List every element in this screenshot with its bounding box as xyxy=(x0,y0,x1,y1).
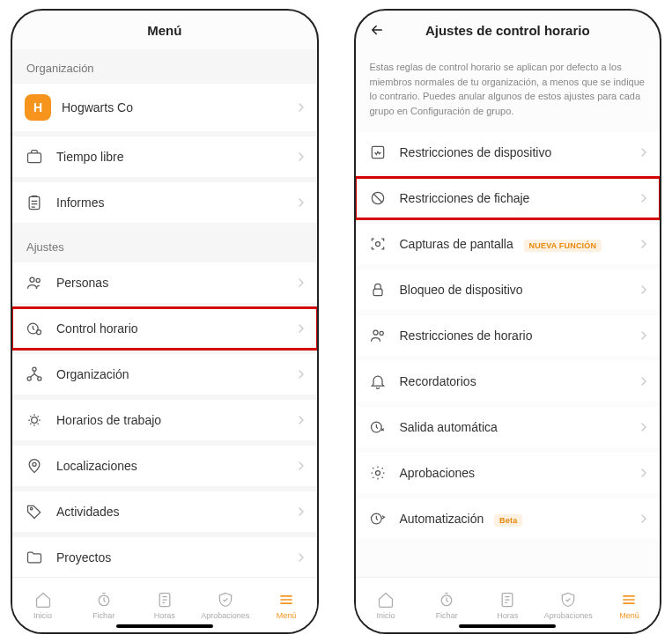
chevron-right-icon xyxy=(298,323,305,334)
automation-icon xyxy=(368,509,388,528)
chevron-right-icon xyxy=(640,147,647,158)
chevron-right-icon xyxy=(640,513,647,524)
header-left: Menú xyxy=(12,11,317,49)
schedule-icon xyxy=(25,410,44,430)
row-label: Personas xyxy=(56,276,298,290)
row-salida-automatica[interactable]: Salida automática xyxy=(356,407,661,447)
row-label: Restricciones de dispositivo xyxy=(400,145,641,159)
chevron-right-icon xyxy=(298,552,305,563)
nav-label: Inicio xyxy=(33,611,52,620)
chevron-right-icon xyxy=(298,102,305,113)
chevron-right-icon xyxy=(298,277,305,288)
chevron-right-icon xyxy=(640,284,647,295)
row-organizacion[interactable]: Organización xyxy=(12,354,317,395)
row-informes[interactable]: Informes xyxy=(12,182,317,223)
svg-point-6 xyxy=(33,367,36,371)
svg-point-11 xyxy=(30,507,33,510)
svg-rect-17 xyxy=(373,289,382,296)
section-settings-label: Ajustes xyxy=(12,228,317,262)
content-right: Estas reglas de control horario se aplic… xyxy=(356,49,661,577)
block-icon xyxy=(368,188,388,208)
row-label: Horarios de trabajo xyxy=(56,413,298,427)
chevron-right-icon xyxy=(640,376,647,387)
time-tracking-icon xyxy=(25,319,44,338)
row-proyectos[interactable]: Proyectos xyxy=(12,537,317,577)
nav-menu[interactable]: Menú xyxy=(255,578,316,632)
header-title: Ajustes de control horario xyxy=(425,23,590,38)
nav-label: Aprobaciones xyxy=(201,611,249,620)
row-label: Capturas de pantalla NUEVA FUNCIÓN xyxy=(400,237,641,252)
nav-label: Inicio xyxy=(377,611,395,620)
svg-point-16 xyxy=(375,242,380,247)
row-control-horario[interactable]: Control horario xyxy=(12,308,317,349)
nav-label: Horas xyxy=(497,611,518,620)
svg-point-10 xyxy=(33,462,36,466)
row-restricciones-fichaje[interactable]: Restricciones de fichaje xyxy=(356,178,661,218)
row-label: Restricciones de horario xyxy=(400,328,641,343)
badge-beta: Beta xyxy=(494,514,522,527)
nav-inicio[interactable]: Inicio xyxy=(356,578,417,632)
chevron-right-icon xyxy=(298,415,305,425)
row-capturas-pantalla[interactable]: Capturas de pantalla NUEVA FUNCIÓN xyxy=(356,224,661,264)
home-indicator xyxy=(116,624,213,628)
row-personas[interactable]: Personas xyxy=(12,262,317,303)
chevron-right-icon xyxy=(640,468,647,478)
row-localizaciones[interactable]: Localizaciones xyxy=(12,446,317,486)
row-text: Capturas de pantalla xyxy=(400,237,513,251)
chevron-right-icon xyxy=(640,239,647,249)
row-automatizacion[interactable]: Automatización Beta xyxy=(356,498,661,539)
row-label: Tiempo libre xyxy=(56,150,298,164)
clipboard-icon xyxy=(25,193,44,212)
nav-label: Menú xyxy=(619,611,639,620)
row-restricciones-horario[interactable]: Restricciones de horario xyxy=(356,315,661,356)
svg-point-9 xyxy=(32,417,38,424)
lock-icon xyxy=(368,280,388,299)
org-avatar: H xyxy=(25,94,51,121)
briefcase-icon xyxy=(25,147,44,166)
home-indicator xyxy=(459,624,556,628)
chevron-right-icon xyxy=(298,369,305,380)
header-right: Ajustes de control horario xyxy=(356,11,661,49)
svg-rect-0 xyxy=(28,153,41,163)
row-label: Informes xyxy=(56,196,298,210)
tag-icon xyxy=(25,502,44,521)
row-restricciones-dispositivo[interactable]: Restricciones de dispositivo xyxy=(356,132,661,173)
svg-point-2 xyxy=(30,277,34,282)
people-icon xyxy=(25,273,44,292)
svg-point-3 xyxy=(36,278,40,282)
chevron-right-icon xyxy=(640,330,647,341)
row-text: Automatización xyxy=(400,512,484,526)
nav-menu[interactable]: Menú xyxy=(599,578,660,632)
row-label: Salida automática xyxy=(400,420,641,434)
svg-point-18 xyxy=(373,330,378,335)
nav-label: Fichar xyxy=(92,611,114,620)
content-left: Organización H Hogwarts Co Tiempo libre … xyxy=(12,49,317,577)
screenshot-icon xyxy=(368,234,388,254)
row-org[interactable]: H Hogwarts Co xyxy=(12,84,317,131)
row-label: Bloqueo de dispositivo xyxy=(400,283,641,297)
nav-label: Fichar xyxy=(436,611,458,620)
row-aprobaciones[interactable]: Aprobaciones xyxy=(356,453,661,493)
network-icon xyxy=(25,365,44,384)
chevron-right-icon xyxy=(298,461,305,471)
chevron-right-icon xyxy=(298,197,305,208)
location-icon xyxy=(25,456,44,476)
chevron-right-icon xyxy=(298,151,305,162)
row-actividades[interactable]: Actividades xyxy=(12,491,317,532)
badge-new: NUEVA FUNCIÓN xyxy=(524,240,602,252)
row-recordatorios[interactable]: Recordatorios xyxy=(356,361,661,402)
row-label: Organización xyxy=(56,367,298,381)
row-label: Recordatorios xyxy=(400,374,641,388)
row-horarios-trabajo[interactable]: Horarios de trabajo xyxy=(12,400,317,440)
phone-right: Ajustes de control horario Estas reglas … xyxy=(354,9,662,634)
org-name: Hogwarts Co xyxy=(62,100,298,114)
row-label: Control horario xyxy=(56,321,298,336)
gear-icon xyxy=(368,463,388,483)
row-bloqueo-dispositivo[interactable]: Bloqueo de dispositivo xyxy=(356,269,661,310)
row-label: Localizaciones xyxy=(56,459,298,473)
nav-label: Menú xyxy=(277,611,297,620)
back-button[interactable] xyxy=(368,21,386,39)
nav-inicio[interactable]: Inicio xyxy=(12,578,73,632)
phone-left: Menú Organización H Hogwarts Co Tiempo l… xyxy=(11,9,319,634)
row-tiempo-libre[interactable]: Tiempo libre xyxy=(12,137,317,177)
